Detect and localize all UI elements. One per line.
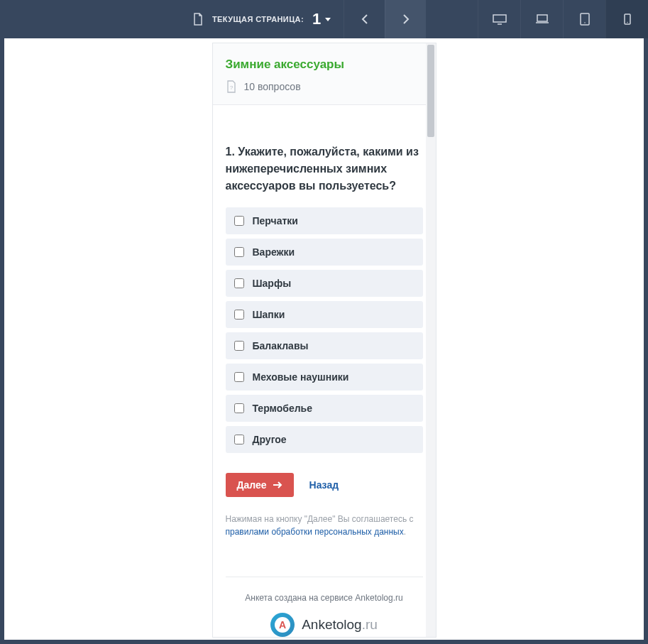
scrollbar[interactable] bbox=[426, 43, 436, 637]
survey-body: 1. Укажите, пожалуйста, какими из нижепе… bbox=[213, 105, 436, 644]
logo-badge-icon: A bbox=[270, 613, 295, 637]
option-row[interactable]: Перчатки bbox=[226, 207, 423, 234]
option-checkbox[interactable] bbox=[234, 278, 244, 288]
toolbar-flex bbox=[426, 0, 478, 38]
option-row[interactable]: Шапки bbox=[226, 301, 423, 328]
option-row[interactable]: Меховые наушники bbox=[226, 364, 423, 391]
page-number: 1 bbox=[312, 10, 331, 28]
survey-title: Зимние аксессуары bbox=[226, 58, 423, 72]
svg-point-3 bbox=[584, 22, 586, 23]
option-checkbox[interactable] bbox=[234, 247, 244, 257]
option-label: Другое bbox=[253, 434, 287, 445]
option-label: Варежки bbox=[253, 246, 295, 258]
option-label: Перчатки bbox=[253, 215, 298, 227]
option-checkbox[interactable] bbox=[234, 216, 244, 226]
page-icon bbox=[192, 13, 204, 26]
svg-point-5 bbox=[627, 22, 627, 23]
option-label: Термобелье bbox=[253, 403, 312, 414]
footer-logo[interactable]: A Anketolog.ru bbox=[226, 613, 423, 637]
mobile-view-button[interactable] bbox=[605, 0, 648, 38]
option-label: Шапки bbox=[253, 309, 285, 320]
footer-text: Анкета создана на сервисе Anketolog.ru bbox=[226, 593, 423, 603]
next-button[interactable]: Далее bbox=[226, 473, 294, 497]
tablet-icon bbox=[580, 13, 590, 26]
back-button[interactable]: Назад bbox=[309, 479, 339, 491]
mobile-icon bbox=[624, 13, 631, 25]
next-page-button[interactable] bbox=[385, 0, 426, 38]
caret-down-icon bbox=[325, 18, 331, 21]
option-checkbox[interactable] bbox=[234, 341, 244, 351]
option-row[interactable]: Балаклавы bbox=[226, 332, 423, 359]
option-row[interactable]: Шарфы bbox=[226, 270, 423, 297]
chevron-left-icon bbox=[360, 13, 370, 26]
svg-rect-1 bbox=[537, 15, 547, 21]
mobile-preview-frame: Зимние аксессуары ? 10 вопросов 1. Укажи… bbox=[212, 43, 436, 638]
option-label: Балаклавы bbox=[253, 340, 309, 351]
workspace: Зимние аксессуары ? 10 вопросов 1. Укажи… bbox=[4, 38, 644, 640]
laptop-icon bbox=[535, 14, 549, 24]
current-page-selector[interactable]: ТЕКУЩАЯ СТРАНИЦА: 1 bbox=[180, 0, 344, 38]
option-row[interactable]: Другое bbox=[226, 426, 423, 453]
option-row[interactable]: Варежки bbox=[226, 239, 423, 266]
prev-page-button[interactable] bbox=[344, 0, 385, 38]
option-checkbox[interactable] bbox=[234, 435, 244, 444]
action-row: Далее Назад bbox=[226, 473, 423, 497]
chevron-right-icon bbox=[401, 13, 411, 26]
page-label: ТЕКУЩАЯ СТРАНИЦА: bbox=[212, 15, 304, 23]
question-text: 1. Укажите, пожалуйста, какими из нижепе… bbox=[226, 143, 423, 195]
scrollbar-thumb[interactable] bbox=[427, 45, 434, 137]
logo-text: Anketolog.ru bbox=[302, 617, 378, 633]
questions-icon: ? bbox=[226, 80, 237, 93]
svg-text:?: ? bbox=[229, 84, 233, 91]
tablet-view-button[interactable] bbox=[563, 0, 605, 38]
consent-link[interactable]: правилами обработки персональных данных bbox=[226, 527, 404, 537]
desktop-icon bbox=[493, 13, 507, 25]
top-toolbar: ТЕКУЩАЯ СТРАНИЦА: 1 bbox=[0, 0, 648, 38]
svg-rect-0 bbox=[493, 15, 506, 22]
survey-footer: Анкета создана на сервисе Anketolog.ru A… bbox=[226, 577, 423, 637]
survey-header: Зимние аксессуары ? 10 вопросов bbox=[213, 43, 436, 105]
option-row[interactable]: Термобелье bbox=[226, 395, 423, 422]
laptop-view-button[interactable] bbox=[520, 0, 563, 38]
consent-text: Нажимая на кнопку "Далее" Вы соглашаетес… bbox=[226, 513, 423, 538]
option-label: Меховые наушники bbox=[253, 371, 349, 383]
options-list: ПерчаткиВарежкиШарфыШапкиБалаклавыМеховы… bbox=[226, 207, 423, 453]
question-count: ? 10 вопросов bbox=[226, 80, 423, 93]
option-checkbox[interactable] bbox=[234, 372, 244, 382]
desktop-view-button[interactable] bbox=[478, 0, 520, 38]
toolbar-spacer bbox=[0, 0, 180, 38]
arrow-right-icon bbox=[273, 481, 282, 489]
option-label: Шарфы bbox=[253, 278, 292, 289]
option-checkbox[interactable] bbox=[234, 403, 244, 413]
option-checkbox[interactable] bbox=[234, 310, 244, 320]
